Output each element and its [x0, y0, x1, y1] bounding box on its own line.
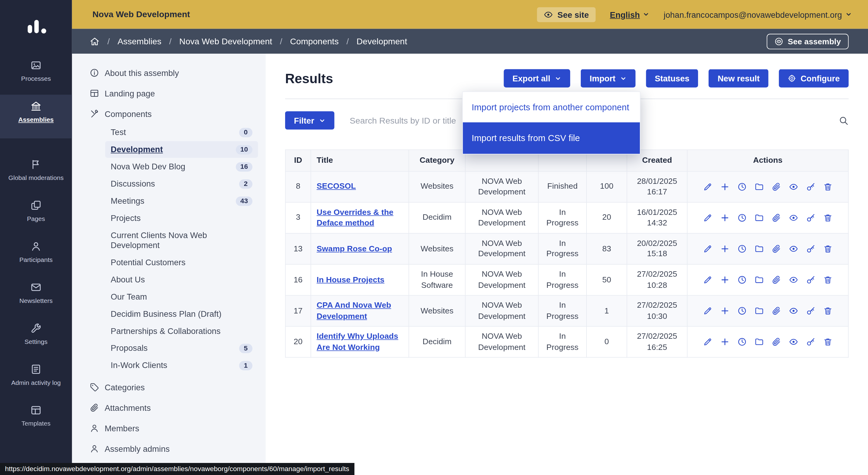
component-item-potential-customers[interactable]: Potential Customers [105, 254, 258, 271]
statuses-button[interactable]: Statuses [646, 69, 698, 88]
sidebar-item-global-moderations[interactable]: Global moderations [0, 153, 72, 188]
component-item-projects[interactable]: Projects [105, 210, 258, 226]
new-result-button[interactable]: New result [709, 69, 769, 88]
home-icon[interactable] [90, 36, 100, 46]
subnav-item-assembly-admins[interactable]: Assembly admins [72, 439, 266, 459]
subnav-item-components[interactable]: Components [72, 103, 266, 124]
subnav-item-attachments[interactable]: Attachments [72, 398, 266, 418]
history-icon[interactable] [738, 306, 747, 316]
component-item-partnerships-collaborations[interactable]: Partnerships & Collaborations [105, 323, 258, 339]
filter-button[interactable]: Filter [285, 111, 334, 130]
result-title-link[interactable]: Use Overrides & the Deface method [317, 208, 394, 227]
delete-icon[interactable] [823, 275, 832, 285]
sidebar-item-processes[interactable]: Processes [0, 54, 72, 89]
result-title-link[interactable]: CPA And Nova Web Development [317, 300, 391, 320]
sidebar-item-templates[interactable]: Templates [0, 399, 72, 434]
permissions-icon[interactable] [806, 337, 815, 347]
component-item-development[interactable]: Development10 [105, 141, 258, 158]
component-item-discussions[interactable]: Discussions2 [105, 176, 258, 192]
decidim-logo[interactable] [0, 0, 72, 54]
new-icon[interactable] [720, 213, 730, 222]
subnav-item-landing-page[interactable]: Landing page [72, 83, 266, 104]
folder-icon[interactable] [754, 244, 764, 253]
delete-icon[interactable] [823, 306, 832, 316]
attach-icon[interactable] [772, 182, 781, 191]
sidebar-item-pages[interactable]: Pages [0, 194, 72, 229]
preview-icon[interactable] [789, 337, 798, 347]
new-icon[interactable] [720, 306, 730, 316]
new-icon[interactable] [720, 244, 730, 253]
edit-icon[interactable] [703, 306, 712, 316]
preview-icon[interactable] [789, 213, 798, 222]
edit-icon[interactable] [703, 213, 712, 222]
result-title-link[interactable]: Swamp Rose Co-op [317, 244, 392, 253]
component-item-nova-web-dev-blog[interactable]: Nova Web Dev Blog16 [105, 158, 258, 175]
result-title-link[interactable]: In House Projects [317, 275, 384, 284]
history-icon[interactable] [738, 182, 747, 191]
see-assembly-button[interactable]: See assembly [767, 33, 849, 49]
attach-icon[interactable] [772, 213, 781, 222]
result-title-link[interactable]: Identify Why Uploads Are Not Working [317, 332, 398, 351]
breadcrumb-components[interactable]: Components [290, 36, 338, 46]
preview-icon[interactable] [789, 182, 798, 191]
preview-icon[interactable] [789, 306, 798, 316]
edit-icon[interactable] [703, 244, 712, 253]
subnav-item-members[interactable]: Members [72, 418, 266, 439]
sidebar-item-admin-activity-log[interactable]: Admin activity log [0, 357, 72, 393]
edit-icon[interactable] [703, 337, 712, 347]
import-button[interactable]: Import [581, 69, 635, 88]
component-item-test[interactable]: Test0 [105, 124, 258, 140]
attach-icon[interactable] [772, 337, 781, 347]
import-menu-item-import-projects-from-another-component[interactable]: Import projects from another component [463, 92, 640, 122]
component-item-meetings[interactable]: Meetings43 [105, 193, 258, 209]
component-item-proposals[interactable]: Proposals5 [105, 340, 258, 356]
permissions-icon[interactable] [806, 213, 815, 222]
history-icon[interactable] [738, 337, 747, 347]
folder-icon[interactable] [754, 182, 764, 191]
preview-icon[interactable] [789, 244, 798, 253]
delete-icon[interactable] [823, 213, 832, 222]
history-icon[interactable] [738, 213, 747, 222]
subnav-item-categories[interactable]: Categories [72, 377, 266, 398]
import-menu-item-import-results-from-csv-file[interactable]: Import results from CSV file [463, 122, 640, 154]
breadcrumb-assemblies[interactable]: Assemblies [118, 36, 161, 46]
edit-icon[interactable] [703, 275, 712, 285]
permissions-icon[interactable] [806, 182, 815, 191]
attach-icon[interactable] [772, 244, 781, 253]
sidebar-item-assemblies[interactable]: Assemblies [0, 95, 72, 138]
delete-icon[interactable] [823, 182, 832, 191]
sidebar-item-participants[interactable]: Participants [0, 234, 72, 270]
sidebar-item-settings[interactable]: Settings [0, 316, 72, 352]
new-icon[interactable] [720, 182, 730, 191]
search-icon[interactable] [839, 116, 849, 125]
see-site-button[interactable]: See site [537, 7, 595, 22]
language-selector[interactable]: English [610, 10, 650, 19]
delete-icon[interactable] [823, 244, 832, 253]
user-menu[interactable]: johan.francocampos@novawebdevelopment.or… [664, 10, 852, 19]
result-title-link[interactable]: SECOSOL [317, 182, 356, 190]
preview-icon[interactable] [789, 275, 798, 285]
component-item-decidim-business-plan-draft[interactable]: Decidim Business Plan (Draft) [105, 306, 258, 322]
export-all-button[interactable]: Export all [504, 69, 570, 88]
attach-icon[interactable] [772, 275, 781, 285]
permissions-icon[interactable] [806, 306, 815, 316]
history-icon[interactable] [738, 275, 747, 285]
sidebar-item-newsletters[interactable]: Newsletters [0, 276, 72, 311]
component-item-current-clients-nova-web-development[interactable]: Current Clients Nova Web Development [105, 227, 258, 253]
component-item-in-work-clients[interactable]: In-Work Clients1 [105, 357, 258, 374]
permissions-icon[interactable] [806, 244, 815, 253]
component-item-our-team[interactable]: Our Team [105, 288, 258, 305]
breadcrumb-assembly-name[interactable]: Nova Web Development [179, 36, 272, 46]
new-icon[interactable] [720, 337, 730, 347]
subnav-item-about-this-assembly[interactable]: About this assembly [72, 63, 266, 83]
attach-icon[interactable] [772, 306, 781, 316]
component-item-about-us[interactable]: About Us [105, 271, 258, 288]
breadcrumb-development[interactable]: Development [356, 36, 407, 46]
folder-icon[interactable] [754, 213, 764, 222]
history-icon[interactable] [738, 244, 747, 253]
delete-icon[interactable] [823, 337, 832, 347]
folder-icon[interactable] [754, 337, 764, 347]
edit-icon[interactable] [703, 182, 712, 191]
folder-icon[interactable] [754, 275, 764, 285]
new-icon[interactable] [720, 275, 730, 285]
